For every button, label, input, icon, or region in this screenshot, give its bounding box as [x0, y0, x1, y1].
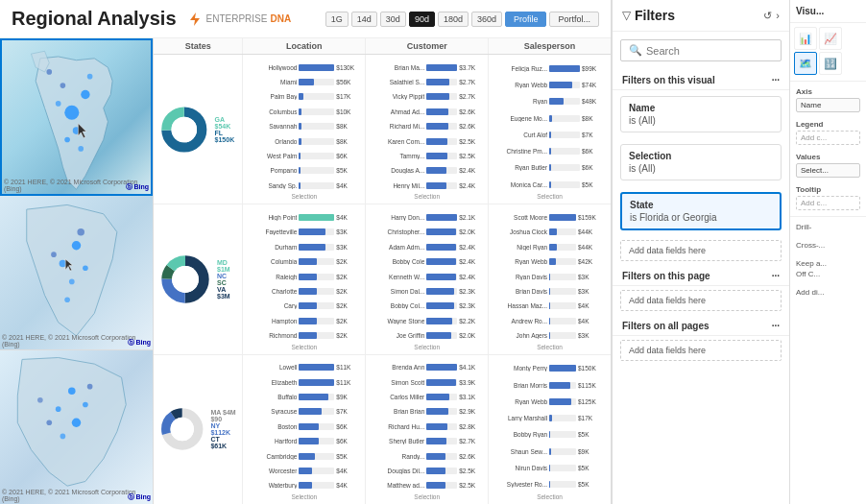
- svg-point-8: [46, 69, 52, 75]
- filter-selection-title: Selection: [629, 151, 773, 161]
- report-header: Regional Analysis ENTERPRISE DNA 1G 14d …: [0, 0, 611, 38]
- vis-icon-1[interactable]: 📊: [794, 27, 817, 50]
- lightning-icon: [186, 11, 204, 28]
- time-btn-1g[interactable]: 1G: [325, 12, 349, 27]
- collapse-filters-button[interactable]: ›: [776, 10, 780, 22]
- report-title: Regional Analysis: [12, 8, 177, 30]
- svg-point-11: [72, 241, 81, 250]
- map-panel-newengland[interactable]: © 2021 HERE, © 2021 Microsoft Corporatio…: [0, 350, 153, 504]
- time-btn-14d[interactable]: 14d: [351, 12, 377, 27]
- svg-point-34: [172, 266, 199, 293]
- donut-legend-2: MD $1M NC SC VA $3M: [217, 259, 236, 300]
- add-di-label: Add di...: [796, 288, 860, 297]
- values-field[interactable]: Select...: [796, 163, 860, 178]
- legend-label: Legend: [796, 120, 860, 129]
- donut-legend-3: MA $4M $90 NY $112K CT $61K: [210, 409, 236, 449]
- filter-state-card[interactable]: State is Florida or Georgia: [620, 192, 782, 230]
- visual-legend-section: Legend Add c...: [790, 116, 866, 149]
- svg-point-20: [83, 402, 88, 408]
- bing-logo-1: ⓑ Bing: [126, 182, 150, 192]
- map-panel-florida[interactable]: © 2021 HERE, © 2021 Microsoft Corporatio…: [0, 38, 153, 196]
- view-btn-profile[interactable]: Profile: [505, 12, 547, 27]
- time-filters: 1G 14d 30d 90d 180d 360d Profile Portfol…: [325, 12, 599, 27]
- filter-name-card[interactable]: Name is (All): [620, 96, 782, 132]
- filter-state-title: State: [630, 200, 772, 210]
- vis-icon-3[interactable]: 🗺️: [794, 52, 817, 75]
- states-chart-2: MD $1M NC SC VA $3M: [154, 204, 243, 353]
- add-page-fields-button[interactable]: Add data fields here: [620, 290, 782, 311]
- svg-point-25: [87, 384, 93, 390]
- visual-add-section: Add di...: [790, 284, 866, 300]
- svg-point-22: [72, 419, 81, 427]
- clear-filters-button[interactable]: ↺: [763, 10, 772, 22]
- location-chart-1: Hollywood $130K Miami $56K Palm Bay: [243, 55, 366, 204]
- visual-panel: Visu... 📊 📈 🗺️ 🔢 Axis Name Legend Add c.…: [789, 0, 866, 504]
- dna-label: DNA: [270, 13, 291, 24]
- vis-icon-2[interactable]: 📈: [819, 27, 842, 50]
- vis-icon-4[interactable]: 🔢: [819, 52, 842, 75]
- time-btn-90d[interactable]: 90d: [409, 12, 435, 27]
- svg-marker-0: [190, 12, 200, 26]
- filters-on-all-pages-title: Filters on all pages ···: [613, 315, 789, 336]
- visual-cross-filter-section: Cross-...: [790, 237, 866, 255]
- svg-point-17: [64, 297, 70, 302]
- svg-point-14: [69, 279, 75, 285]
- donut-legend-1: GA $54K FL $150K: [215, 116, 237, 143]
- filters-visual-menu[interactable]: ···: [772, 75, 780, 85]
- tooltip-label: Tooltip: [796, 185, 860, 194]
- svg-point-19: [68, 388, 76, 396]
- visual-icons-grid: 📊 📈 🗺️ 🔢: [790, 23, 866, 79]
- map-panel-midatlantic[interactable]: © 2021 HERE, © 2021 Microsoft Corporatio…: [0, 196, 153, 350]
- svg-point-16: [77, 228, 84, 236]
- time-btn-30d[interactable]: 30d: [380, 12, 406, 27]
- filters-on-visual-title: Filters on this visual ···: [613, 69, 789, 90]
- data-row-2: MD $1M NC SC VA $3M High Point$4K Fayett…: [154, 204, 611, 354]
- svg-point-21: [56, 406, 61, 412]
- tooltip-field[interactable]: Add c...: [796, 196, 860, 210]
- filters-actions: ↺ ›: [763, 10, 780, 22]
- filter-state-value: is Florida or Georgia: [630, 212, 772, 223]
- florida-map-svg: [2, 40, 151, 194]
- visual-tooltip-section: Tooltip Add c...: [790, 181, 866, 214]
- col-header-customer: Customer: [366, 38, 489, 54]
- add-all-pages-fields-button[interactable]: Add data fields here: [620, 340, 782, 361]
- search-icon: 🔍: [629, 44, 642, 57]
- time-btn-360d[interactable]: 360d: [471, 12, 502, 27]
- data-row-1: GA $54K FL $150K Hollywood $130K: [154, 55, 611, 204]
- states-chart-1: GA $54K FL $150K: [154, 55, 243, 204]
- salesperson-chart-2: Scott Moore$159K Joshua Clock$44K Nigel …: [489, 204, 611, 353]
- search-input[interactable]: [646, 45, 779, 57]
- location-chart-2: High Point$4K Fayetteville$3K Durham$3K …: [243, 204, 366, 353]
- visual-values-section: Values Select...: [790, 149, 866, 181]
- customer-chart-1: Brian Ma...$3.7K Salathiel S...$2.7K Vic…: [366, 55, 489, 204]
- filters-header: ▽ Filters ↺ ›: [613, 0, 789, 32]
- view-btn-portfolio[interactable]: Portfol...: [549, 12, 599, 27]
- time-btn-180d[interactable]: 180d: [438, 12, 469, 27]
- values-label: Values: [796, 153, 860, 161]
- col-header-salesperson: Salesperson: [489, 38, 611, 54]
- svg-point-9: [60, 83, 66, 88]
- map-column: © 2021 HERE, © 2021 Microsoft Corporatio…: [0, 38, 154, 504]
- add-visual-fields-button[interactable]: Add data fields here: [620, 240, 782, 261]
- bing-logo-3: ⓑ Bing: [128, 492, 152, 502]
- svg-point-5: [78, 146, 84, 152]
- data-row-3: MA $4M $90 NY $112K CT $61K Lowell$11K E…: [154, 355, 611, 504]
- customer-chart-2: Harry Don...$2.1K Christopher...$2.0K Ad…: [366, 204, 489, 353]
- filter-selection-value: is (All): [629, 163, 773, 174]
- filters-page-menu[interactable]: ···: [772, 271, 780, 281]
- legend-field[interactable]: Add c...: [796, 131, 860, 145]
- svg-point-15: [51, 252, 57, 257]
- midatlantic-map-svg: [0, 196, 153, 349]
- donut-svg-1: [159, 96, 209, 163]
- salesperson-chart-1: Felicja Ruz...$99K Ryan Webb$74K Ryan$48…: [489, 55, 611, 204]
- filters-all-pages-menu[interactable]: ···: [772, 321, 780, 331]
- filters-panel: ▽ Filters ↺ › 🔍 Filters on this visual ·…: [612, 0, 789, 504]
- axis-field[interactable]: Name: [796, 98, 860, 112]
- enterprise-logo: ENTERPRISE DNA: [186, 11, 292, 28]
- keep-label: Keep a...: [796, 259, 860, 268]
- visual-panel-header: Visu...: [790, 0, 866, 23]
- axis-label: Axis: [796, 87, 860, 96]
- svg-point-23: [46, 420, 52, 425]
- filter-selection-card[interactable]: Selection is (All): [620, 144, 782, 180]
- filter-name-title: Name: [629, 103, 773, 113]
